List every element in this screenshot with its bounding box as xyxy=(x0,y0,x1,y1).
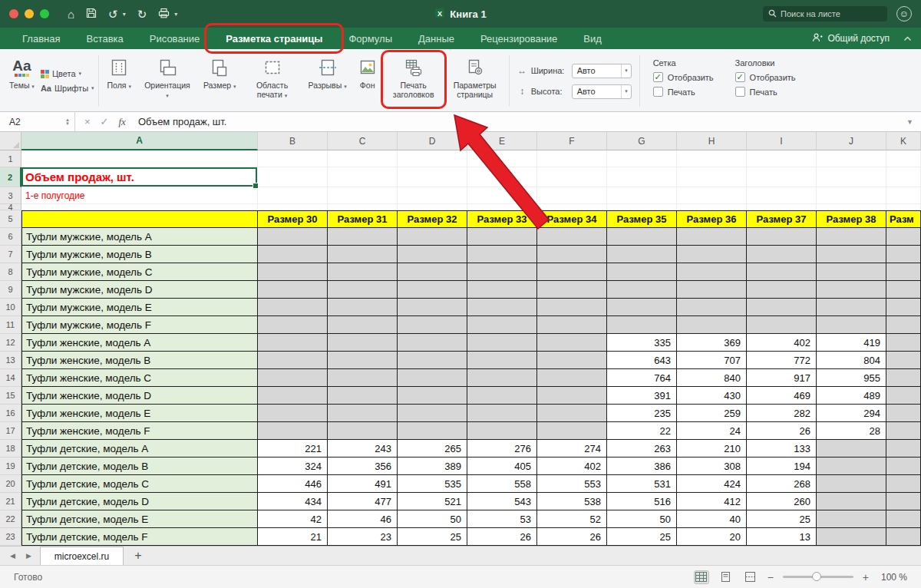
cell-F22[interactable]: 52 xyxy=(537,510,607,528)
tab-главная[interactable]: Главная xyxy=(9,28,73,49)
cell-J10[interactable] xyxy=(817,299,886,316)
cell-F10[interactable] xyxy=(537,299,607,316)
column-header-C[interactable]: C xyxy=(328,132,398,150)
cell-G8[interactable] xyxy=(607,263,677,281)
cell-F21[interactable]: 538 xyxy=(537,493,607,510)
cell-E7[interactable] xyxy=(467,246,537,263)
cell-G1[interactable] xyxy=(607,150,677,167)
cell-K9[interactable] xyxy=(886,281,921,299)
cell-K5[interactable]: Разм xyxy=(886,210,921,228)
cell-H2[interactable] xyxy=(677,167,747,187)
cell-D5[interactable]: Размер 32 xyxy=(398,210,467,228)
cell-I14[interactable]: 917 xyxy=(747,369,817,387)
row-header-11[interactable]: 11 xyxy=(0,316,21,334)
zoom-slider[interactable] xyxy=(783,576,853,578)
sheet-nav-left-icon[interactable]: ◀ xyxy=(5,552,21,560)
cell-A19[interactable]: Туфли детские, модель B xyxy=(21,458,258,475)
cell-K1[interactable] xyxy=(886,150,921,167)
cell-C9[interactable] xyxy=(328,281,398,299)
cell-K13[interactable] xyxy=(886,352,921,369)
cell-B23[interactable]: 21 xyxy=(258,528,328,546)
cell-E5[interactable]: Размер 33 xyxy=(467,210,537,228)
checkbox-icon[interactable]: ✓ xyxy=(735,72,745,82)
tab-вставка[interactable]: Вставка xyxy=(73,28,136,49)
row-header-2[interactable]: 2 xyxy=(0,167,21,187)
cell-H1[interactable] xyxy=(677,150,747,167)
zoom-level[interactable]: 100 % xyxy=(878,572,907,583)
cancel-icon[interactable]: × xyxy=(84,116,91,127)
enter-icon[interactable]: ✓ xyxy=(101,116,109,127)
cell-B22[interactable]: 42 xyxy=(258,510,328,528)
checkbox-Сетка-Отобразить[interactable]: ✓Отобразить xyxy=(653,72,714,82)
cell-J15[interactable]: 489 xyxy=(817,387,886,405)
column-header-D[interactable]: D xyxy=(398,132,467,150)
cell-C19[interactable]: 356 xyxy=(328,458,398,475)
cell-I12[interactable]: 402 xyxy=(747,334,817,352)
cell-I22[interactable]: 25 xyxy=(747,510,817,528)
cell-H16[interactable]: 259 xyxy=(677,405,747,422)
cell-C3[interactable] xyxy=(328,187,398,204)
cell-B12[interactable] xyxy=(258,334,328,352)
cell-J4[interactable] xyxy=(817,204,886,210)
cell-F20[interactable]: 553 xyxy=(537,475,607,493)
cell-C16[interactable] xyxy=(328,405,398,422)
cell-C5[interactable]: Размер 31 xyxy=(328,210,398,228)
cell-E20[interactable]: 558 xyxy=(467,475,537,493)
column-header-F[interactable]: F xyxy=(537,132,607,150)
cell-C13[interactable] xyxy=(328,352,398,369)
cell-J22[interactable] xyxy=(817,510,886,528)
cell-E17[interactable] xyxy=(467,422,537,440)
cell-C22[interactable]: 46 xyxy=(328,510,398,528)
row-header-18[interactable]: 18 xyxy=(0,440,21,458)
cell-F16[interactable] xyxy=(537,405,607,422)
row-header-22[interactable]: 22 xyxy=(0,510,21,528)
cell-A15[interactable]: Туфли женские, модель D xyxy=(21,387,258,405)
cell-I15[interactable]: 469 xyxy=(747,387,817,405)
tab-вид[interactable]: Вид xyxy=(570,28,615,49)
cell-A18[interactable]: Туфли детские, модель A xyxy=(21,440,258,458)
cell-C11[interactable] xyxy=(328,316,398,334)
cell-H13[interactable]: 707 xyxy=(677,352,747,369)
cell-I11[interactable] xyxy=(747,316,817,334)
cell-A1[interactable] xyxy=(21,150,258,167)
cell-B11[interactable] xyxy=(258,316,328,334)
cell-G5[interactable]: Размер 35 xyxy=(607,210,677,228)
feedback-smiley-button[interactable]: ☺ xyxy=(896,6,912,21)
cell-J18[interactable] xyxy=(817,440,886,458)
name-box[interactable]: A2 ▲▼ xyxy=(0,112,75,131)
cell-C20[interactable]: 491 xyxy=(328,475,398,493)
cell-H3[interactable] xyxy=(677,187,747,204)
checkbox-icon[interactable] xyxy=(735,87,745,97)
cell-D14[interactable] xyxy=(398,369,467,387)
undo-dropdown-icon[interactable]: ▾ xyxy=(123,11,126,18)
cell-E12[interactable] xyxy=(467,334,537,352)
cell-C10[interactable] xyxy=(328,299,398,316)
cell-C17[interactable] xyxy=(328,422,398,440)
cell-E9[interactable] xyxy=(467,281,537,299)
cell-F5[interactable]: Размер 34 xyxy=(537,210,607,228)
cell-E6[interactable] xyxy=(467,228,537,246)
cell-B1[interactable] xyxy=(258,150,328,167)
cell-D7[interactable] xyxy=(398,246,467,263)
cell-J8[interactable] xyxy=(817,263,886,281)
cell-K4[interactable] xyxy=(886,204,921,210)
cell-B6[interactable] xyxy=(258,228,328,246)
cell-G16[interactable]: 235 xyxy=(607,405,677,422)
cell-G21[interactable]: 516 xyxy=(607,493,677,510)
cell-C8[interactable] xyxy=(328,263,398,281)
cell-G4[interactable] xyxy=(607,204,677,210)
cell-E8[interactable] xyxy=(467,263,537,281)
cell-B17[interactable] xyxy=(258,422,328,440)
collapse-ribbon-icon[interactable] xyxy=(903,36,912,41)
ribbon-button-printarea[interactable]: Область печати ▾ xyxy=(243,53,302,109)
checkbox-Заголовки-Отобразить[interactable]: ✓Отобразить xyxy=(735,72,796,82)
cell-K22[interactable] xyxy=(886,510,921,528)
cell-A6[interactable]: Туфли мужские, модель A xyxy=(21,228,258,246)
row-header-15[interactable]: 15 xyxy=(0,387,21,405)
row-header-19[interactable]: 19 xyxy=(0,458,21,475)
cell-J1[interactable] xyxy=(817,150,886,167)
checkbox-icon[interactable]: ✓ xyxy=(653,72,663,82)
cell-E1[interactable] xyxy=(467,150,537,167)
cell-G22[interactable]: 50 xyxy=(607,510,677,528)
cell-C23[interactable]: 23 xyxy=(328,528,398,546)
